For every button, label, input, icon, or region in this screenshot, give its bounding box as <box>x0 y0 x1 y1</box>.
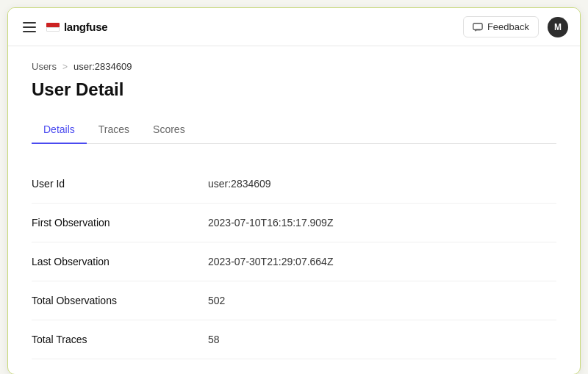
tab-details[interactable]: Details <box>32 118 87 144</box>
label-last-observation: Last Observation <box>32 256 208 267</box>
app-window: langfuse Feedback M Users > user:2834609… <box>7 7 581 374</box>
header: langfuse Feedback M <box>8 8 580 46</box>
tab-scores[interactable]: Scores <box>141 118 197 144</box>
label-first-observation: First Observation <box>32 217 208 229</box>
value-last-observation: 2023-07-30T21:29:07.664Z <box>208 256 333 267</box>
value-first-observation: 2023-07-10T16:15:17.909Z <box>208 217 333 229</box>
value-total-traces: 58 <box>208 334 220 345</box>
label-total-observations: Total Observations <box>32 295 208 306</box>
logo: langfuse <box>46 21 107 33</box>
breadcrumb-separator: > <box>62 62 68 72</box>
tabs-container: Details Traces Scores <box>32 118 556 144</box>
breadcrumb-users-link[interactable]: Users <box>32 61 57 72</box>
avatar[interactable]: M <box>548 17 568 37</box>
breadcrumb-current: user:2834609 <box>74 61 132 72</box>
detail-row-total-observations: Total Observations 502 <box>32 281 556 320</box>
detail-row-userid: User Id user:2834609 <box>32 165 556 204</box>
tab-traces[interactable]: Traces <box>87 118 141 144</box>
header-left: langfuse <box>20 19 463 35</box>
logo-text: langfuse <box>64 21 107 33</box>
breadcrumb: Users > user:2834609 <box>32 61 556 72</box>
menu-button[interactable] <box>20 19 39 35</box>
header-right: Feedback M <box>463 16 568 37</box>
page-title: User Detail <box>32 79 556 100</box>
svg-rect-0 <box>473 23 482 29</box>
value-userid: user:2834609 <box>208 178 271 190</box>
detail-row-first-observation: First Observation 2023-07-10T16:15:17.90… <box>32 204 556 242</box>
feedback-icon <box>473 22 483 32</box>
detail-row-last-observation: Last Observation 2023-07-30T21:29:07.664… <box>32 242 556 281</box>
feedback-label: Feedback <box>487 21 529 32</box>
feedback-button[interactable]: Feedback <box>463 16 539 37</box>
logo-icon <box>46 23 60 32</box>
value-total-observations: 502 <box>208 295 225 306</box>
content-area: Users > user:2834609 User Detail Details… <box>8 46 580 374</box>
detail-row-total-traces: Total Traces 58 <box>32 320 556 359</box>
label-userid: User Id <box>32 178 208 190</box>
detail-section: User Id user:2834609 First Observation 2… <box>32 165 556 359</box>
label-total-traces: Total Traces <box>32 334 208 345</box>
